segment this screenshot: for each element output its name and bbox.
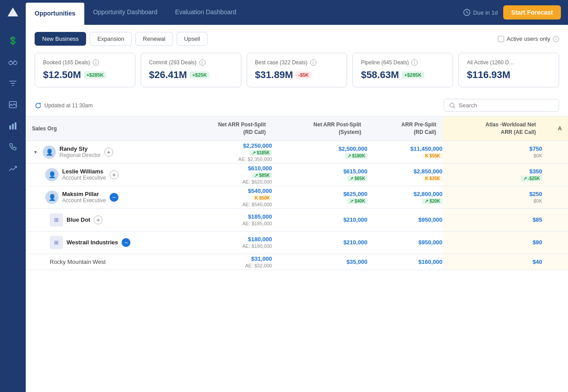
sidebar-item-chart[interactable]	[2, 116, 24, 136]
cell-maksim-col4: $250 $0K	[442, 186, 542, 208]
table-row: ⊞ Blue Dot + $185,000 AE: $185,000 $210,…	[26, 208, 568, 231]
cell-randy-col4: $750 $0K	[442, 141, 542, 163]
cell-maksim-col1: $540,000 K $50K AE: $540,000	[177, 186, 272, 208]
summary-cards: Booked (165 Deals) i $12.50M +$285K Comm…	[26, 53, 568, 94]
col-header-extra: A	[542, 117, 568, 141]
table-row: ▾ 👤 Randy Sty Regional Director + $2,250…	[26, 141, 568, 163]
refresh-icon	[35, 102, 42, 109]
summary-card-commit: Commit (293 Deals) i $26.41M +$25K	[141, 53, 241, 87]
start-forecast-button[interactable]: Start Forecast	[503, 5, 561, 20]
svg-marker-0	[8, 8, 18, 16]
cell-westrail-col1: $180,000 AE: $190,000	[177, 231, 272, 254]
row-westrail-org: ⊞ Westrail Industries −	[26, 231, 177, 254]
search-input[interactable]	[459, 102, 553, 109]
row-maksim-org: 👤 Maksim Pillar Account Executive −	[26, 186, 177, 208]
row-rocky-org: Rocky Mountain West	[26, 254, 177, 270]
svg-rect-9	[15, 122, 16, 129]
commit-info-icon: i	[199, 59, 205, 66]
add-button[interactable]: +	[110, 170, 118, 179]
cell-rocky-col4: $40	[442, 254, 542, 270]
summary-card-best-case: Best case (322 Deals) i $31.89M -$5K	[247, 53, 347, 87]
sidebar-item-trend[interactable]	[2, 159, 24, 178]
cell-leslie-col4: $350 ↗ -$25K	[442, 163, 542, 186]
cell-maksim-col5	[542, 186, 568, 208]
cell-bluedot-col4: $85	[442, 208, 542, 231]
cell-rocky-col3: $160,000	[367, 254, 442, 270]
remove-button[interactable]: −	[122, 238, 130, 247]
cell-bluedot-col2: $210,000	[272, 208, 367, 231]
avatar: 👤	[43, 145, 56, 159]
table-row: 👤 Maksim Pillar Account Executive − $540…	[26, 186, 568, 208]
app-logo	[0, 0, 26, 26]
data-table: Sales Org Net ARR Post-Split (RD Call) N…	[26, 116, 568, 270]
summary-card-booked: Booked (165 Deals) i $12.50M +$285K	[35, 53, 135, 87]
row-bluedot-org: ⊞ Blue Dot +	[26, 209, 177, 231]
row-leslie-org: 👤 Leslie Williams Account Executive +	[26, 164, 177, 186]
avatar: 👤	[45, 191, 59, 204]
cell-bluedot-col3: $950,000	[367, 208, 442, 231]
cell-rocky-col1: $31,000 AE: $32,000	[177, 254, 272, 270]
cell-rocky-col5	[542, 254, 568, 270]
cell-leslie-col5	[542, 163, 568, 186]
active-users-toggle[interactable]: Active users only i	[498, 35, 559, 42]
search-box	[444, 99, 559, 112]
best-case-info-icon: i	[310, 59, 316, 66]
cell-randy-col1: $2,250,000 ↗ $185K AE: $2,350,000	[177, 141, 272, 163]
sidebar-item-dollar[interactable]: 💲	[2, 31, 24, 51]
cell-randy-col3: $11,450,000 K $55K	[367, 141, 442, 163]
active-users-checkbox[interactable]	[498, 36, 504, 42]
col-header-atlas-workload: Atlas -Workload Net ARR (AE Call)	[442, 117, 542, 141]
table-row: Rocky Mountain West $31,000 AE: $32,000 …	[26, 254, 568, 270]
col-header-net-arr-rd: Net ARR Post-Split (RD Call)	[177, 117, 272, 141]
svg-line-12	[454, 106, 455, 108]
refresh-button[interactable]: Updated at 11:30am	[35, 102, 93, 109]
cell-leslie-col1: $610,000 ↗ $85K AE: $620,000	[177, 163, 272, 186]
top-nav: Opportunities Opportunity Dashboard Eval…	[26, 0, 568, 25]
filter-expansion[interactable]: Expansion	[90, 32, 132, 46]
filter-renewal[interactable]: Renewal	[135, 32, 173, 46]
row-randy-sty-org: ▾ 👤 Randy Sty Regional Director +	[26, 141, 177, 163]
table-header-row: Sales Org Net ARR Post-Split (RD Call) N…	[26, 117, 568, 141]
col-header-sales-org: Sales Org	[26, 117, 177, 141]
svg-point-1	[9, 61, 12, 65]
content-area: New Business Expansion Renewal Upsell Ac…	[26, 25, 568, 392]
add-button[interactable]: +	[94, 216, 103, 224]
cell-leslie-col3: $2,850,000 K $35K	[367, 163, 442, 186]
org-avatar: ⊞	[50, 236, 63, 249]
add-button[interactable]: +	[104, 148, 113, 157]
cell-randy-col2: $2,500,000 ↗ $180K	[272, 141, 367, 163]
org-avatar: ⊞	[50, 213, 63, 227]
tab-opportunities[interactable]: Opportunities	[26, 3, 84, 25]
pipeline-info-icon: i	[411, 59, 418, 66]
table-row: ⊞ Westrail Industries − $180,000 AE: $19…	[26, 231, 568, 254]
due-badge: Due in 1d	[463, 9, 498, 16]
summary-card-pipeline: Pipeline (645 Deals) i $58.63M +$285K	[352, 53, 453, 87]
cell-bluedot-col1: $185,000 AE: $185,000	[177, 208, 272, 231]
sidebar-item-binoculars[interactable]	[2, 52, 24, 72]
tab-opportunity-dashboard[interactable]: Opportunity Dashboard	[84, 0, 166, 25]
filter-upsell[interactable]: Upsell	[177, 32, 208, 46]
toolbar-row: Updated at 11:30am	[26, 94, 568, 116]
sidebar-item-phone[interactable]	[2, 137, 24, 157]
sidebar-item-image[interactable]	[2, 95, 24, 114]
cell-bluedot-col5	[542, 208, 568, 231]
summary-card-all-active: All Active (1260 D… $116.93M	[458, 53, 559, 87]
cell-westrail-col4: $90	[442, 231, 542, 254]
collapse-button[interactable]: ▾	[32, 149, 39, 156]
tab-evaluation-dashboard[interactable]: Evaluation Dashboard	[166, 0, 245, 25]
cell-maksim-col3: $2,800,000 ↗ $20K	[367, 186, 442, 208]
main-area: Opportunities Opportunity Dashboard Eval…	[26, 0, 568, 392]
filter-new-business[interactable]: New Business	[35, 32, 86, 46]
sidebar: 💲	[0, 0, 26, 392]
col-header-arr-pre-split: ARR Pre-Split (RD Call)	[367, 117, 442, 141]
cell-leslie-col2: $615,000 ↗ $65K	[272, 163, 367, 186]
filters-row: New Business Expansion Renewal Upsell Ac…	[26, 25, 568, 53]
cell-westrail-col3: $950,000	[367, 231, 442, 254]
table-row: 👤 Leslie Williams Account Executive + $6…	[26, 163, 568, 186]
sidebar-item-filter[interactable]	[2, 74, 24, 93]
cell-rocky-col2: $35,000	[272, 254, 367, 270]
remove-button[interactable]: −	[110, 193, 118, 202]
search-icon	[450, 102, 455, 109]
svg-point-2	[13, 61, 17, 65]
nav-right: Due in 1d Start Forecast	[463, 0, 568, 25]
